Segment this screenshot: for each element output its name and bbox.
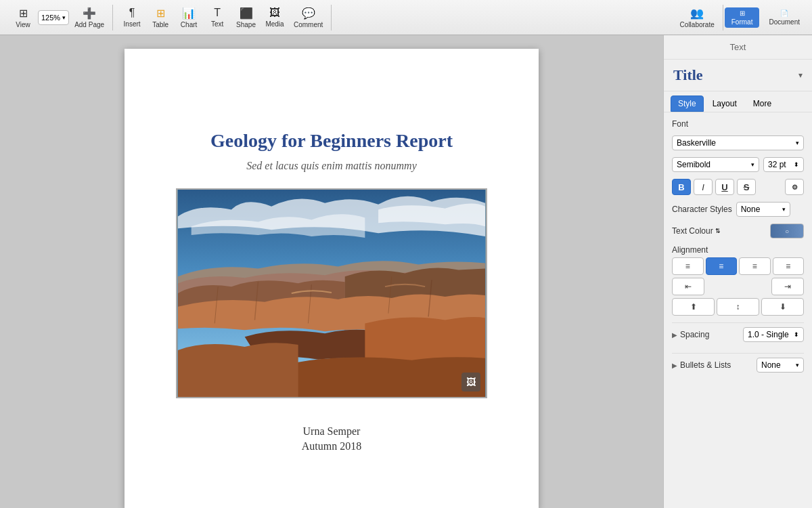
valign-bot-button[interactable]: ⬇ <box>761 298 804 316</box>
format-button[interactable]: ⊞ Format <box>725 7 760 28</box>
italic-button[interactable]: I <box>694 179 713 195</box>
format-buttons-row: B I U S ⚙ <box>672 179 804 195</box>
bold-button[interactable]: B <box>672 179 691 195</box>
document-title[interactable]: Geology for Beginners Report <box>210 130 453 152</box>
toolbar-group-insert: ¶ Insert ⊞ Table 📊 Chart T Text ⬛ Shape … <box>114 5 332 30</box>
table-icon: ⊞ <box>156 7 165 20</box>
bullets-label: Bullets & Lists <box>680 360 731 370</box>
font-row: Font <box>672 119 804 129</box>
panel-tabs: Style Layout More <box>664 91 812 112</box>
align-right-button[interactable]: ≡ <box>739 257 771 275</box>
table-label: Table <box>152 21 168 28</box>
add-page-label: Add Page <box>74 21 104 28</box>
font-weight-select[interactable]: Semibold ▾ <box>672 157 759 172</box>
toolbar-group-view: ⊞ View 125% ▾ ➕ Add Page <box>5 5 113 30</box>
zoom-chevron: ▾ <box>62 14 66 21</box>
more-options-button[interactable]: ⚙ <box>785 179 804 195</box>
panel-section-title: Text <box>664 35 812 60</box>
alignment-row-1: ≡ ≡ ≡ ≡ <box>672 257 804 275</box>
format-label: Format <box>731 18 753 26</box>
spacing-arrow[interactable]: ▶ <box>672 331 677 339</box>
view-button[interactable]: ⊞ View <box>9 5 37 30</box>
insert-button[interactable]: ¶ Insert <box>118 5 145 30</box>
colour-picker-icon: ○ <box>785 228 789 235</box>
align-center-button[interactable]: ≡ <box>706 257 738 275</box>
style-title-chevron[interactable]: ▾ <box>798 70 803 80</box>
char-styles-select[interactable]: None ▾ <box>736 202 790 217</box>
bullets-arrow[interactable]: ▶ <box>672 362 677 369</box>
text-colour-label: Text Colour <box>672 226 713 236</box>
toolbar: ⊞ View 125% ▾ ➕ Add Page ¶ Insert ⊞ Tabl… <box>0 0 812 35</box>
char-styles-label: Character Styles <box>672 205 732 214</box>
alignment-row-2: ⇤ ⇥ <box>672 278 804 295</box>
tab-layout[interactable]: Layout <box>705 96 744 112</box>
main-area: Geology for Beginners Report Sed et lacu… <box>0 35 812 508</box>
panel-content: Font Baskerville ▾ Semibold ▾ 32 pt ⬍ <box>664 112 812 383</box>
insert-label: Insert <box>124 20 141 28</box>
table-button[interactable]: ⊞ Table <box>147 5 174 30</box>
shape-button[interactable]: ⬛ Shape <box>232 5 260 30</box>
text-button[interactable]: T Text <box>204 5 231 30</box>
document-button[interactable]: 📄 Document <box>762 7 807 28</box>
document-image[interactable]: 🖼 <box>176 188 487 398</box>
text-colour-row: Text Colour ⇅ ○ <box>672 224 804 238</box>
text-label: Text <box>211 20 223 28</box>
indent-left-button[interactable]: ⇤ <box>672 278 704 295</box>
valign-mid-button[interactable]: ↕ <box>717 298 759 316</box>
text-colour-swatch[interactable]: ○ <box>770 224 804 238</box>
chart-button[interactable]: 📊 Chart <box>175 5 202 30</box>
document-label: Document <box>769 18 800 26</box>
media-icon: 🖼 <box>269 7 280 19</box>
insert-icon: ¶ <box>129 7 135 19</box>
spacing-select[interactable]: 1.0 - Single ⬍ <box>743 327 804 342</box>
zoom-selector[interactable]: 125% ▾ <box>38 10 69 25</box>
bullets-select[interactable]: None ▾ <box>757 358 804 373</box>
canvas-area: Geology for Beginners Report Sed et lacu… <box>0 35 663 508</box>
align-left-button[interactable]: ≡ <box>672 257 704 275</box>
text-style-title-row: Title ▾ <box>664 60 812 91</box>
font-name-value: Baskerville <box>677 138 716 148</box>
document-date[interactable]: Autumn 2018 <box>302 440 361 452</box>
toolbar-right: ⊞ Format 📄 Document <box>725 7 807 28</box>
add-page-button[interactable]: ➕ Add Page <box>70 5 108 30</box>
align-justify-button[interactable]: ≡ <box>773 257 805 275</box>
font-size-select[interactable]: 32 pt ⬍ <box>763 157 804 172</box>
view-icon: ⊞ <box>19 7 28 20</box>
alignment-row-3: ⬆ ↕ ⬇ <box>672 298 804 316</box>
document-subtitle[interactable]: Sed et lacus quis enim mattis nonummy <box>246 160 417 172</box>
view-label: View <box>16 21 30 28</box>
canyon-svg <box>177 190 486 397</box>
tab-style[interactable]: Style <box>671 96 704 112</box>
font-weight-chevron: ▾ <box>751 161 754 168</box>
shape-label: Shape <box>236 21 256 28</box>
tab-more[interactable]: More <box>746 96 779 112</box>
char-styles-chevron: ▾ <box>782 206 786 213</box>
zoom-value: 125% <box>41 14 60 22</box>
chart-label: Chart <box>181 21 197 28</box>
comment-icon: 💬 <box>302 7 315 20</box>
document-page: Geology for Beginners Report Sed et lacu… <box>125 49 539 508</box>
format-icon: ⊞ <box>740 9 745 17</box>
comment-button[interactable]: 💬 Comment <box>290 5 327 30</box>
strikethrough-button[interactable]: S <box>737 179 756 195</box>
font-name-chevron: ▾ <box>796 140 799 146</box>
valign-top-button[interactable]: ⬆ <box>672 298 715 316</box>
font-weight-value: Semibold <box>677 160 710 169</box>
spacing-chevron: ⬍ <box>794 331 799 338</box>
toolbar-group-collaborate: 👥 Collaborate <box>672 5 723 30</box>
font-name-select[interactable]: Baskerville ▾ <box>672 135 804 150</box>
document-author[interactable]: Urna Semper <box>303 425 361 438</box>
image-badge: 🖼 <box>461 373 480 391</box>
bullets-value: None <box>761 360 781 370</box>
spacing-value: 1.0 - Single <box>748 330 789 339</box>
chart-icon: 📊 <box>182 7 196 20</box>
character-styles-row: Character Styles None ▾ <box>672 202 804 217</box>
shape-icon: ⬛ <box>240 7 253 20</box>
collaborate-button[interactable]: 👥 Collaborate <box>676 5 719 30</box>
underline-button[interactable]: U <box>715 179 734 195</box>
text-style-name: Title <box>673 66 703 84</box>
spacing-row: ▶ Spacing 1.0 - Single ⬍ <box>672 322 804 346</box>
document-icon: 📄 <box>780 9 788 17</box>
media-button[interactable]: 🖼 Media <box>261 5 288 30</box>
indent-right-button[interactable]: ⇥ <box>771 278 804 295</box>
